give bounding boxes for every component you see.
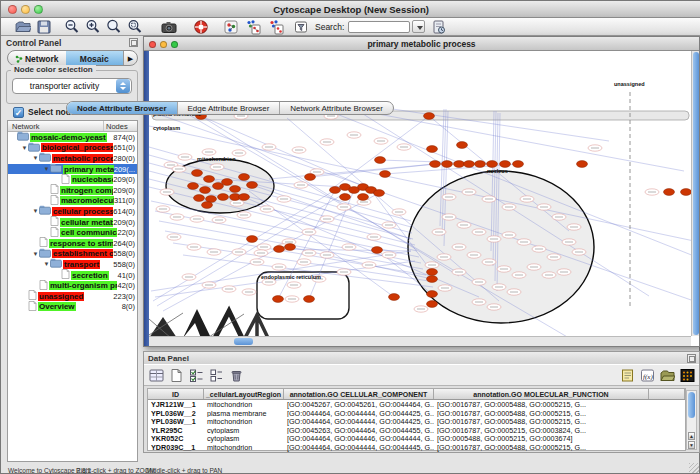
disclosure-triangle-icon[interactable]: ▼ bbox=[32, 208, 39, 214]
tree-row[interactable]: cell communicat22(0) bbox=[8, 227, 137, 238]
protein-node[interactable] bbox=[427, 291, 438, 298]
go-term-node[interactable] bbox=[397, 144, 411, 150]
go-term-node[interactable] bbox=[467, 252, 481, 258]
go-term-node[interactable] bbox=[442, 194, 456, 200]
tree-row[interactable]: ▼transport558(0) bbox=[8, 259, 137, 270]
protein-node[interactable] bbox=[427, 269, 438, 276]
go-term-node[interactable] bbox=[242, 289, 256, 295]
go-term-node[interactable] bbox=[487, 236, 501, 242]
go-term-node[interactable] bbox=[457, 222, 471, 228]
search-options-arrow[interactable] bbox=[412, 20, 425, 33]
canvas-vertical-scrollbar[interactable] bbox=[691, 51, 699, 336]
protein-node[interactable] bbox=[389, 294, 400, 301]
protein-node[interactable] bbox=[681, 189, 692, 196]
go-term-node[interactable] bbox=[297, 259, 311, 265]
canvas-horizontal-scrollbar[interactable] bbox=[149, 336, 691, 346]
go-term-node[interactable] bbox=[502, 204, 516, 210]
go-term-node[interactable] bbox=[285, 296, 299, 302]
new-attribute-icon[interactable] bbox=[169, 368, 184, 383]
protein-node[interactable] bbox=[457, 142, 468, 149]
attribute-table-icon[interactable] bbox=[149, 368, 164, 383]
go-term-node[interactable] bbox=[442, 214, 456, 220]
go-term-node[interactable] bbox=[272, 264, 286, 270]
go-term-node[interactable] bbox=[347, 132, 361, 138]
disclosure-triangle-icon[interactable]: ▼ bbox=[43, 166, 50, 172]
snapshot-icon[interactable] bbox=[161, 19, 177, 35]
go-term-node[interactable] bbox=[414, 306, 428, 312]
go-term-node[interactable] bbox=[532, 246, 546, 252]
go-term-node[interactable] bbox=[452, 244, 466, 250]
import-attributes-icon[interactable] bbox=[268, 19, 284, 35]
go-term-node[interactable] bbox=[342, 244, 356, 250]
attribute-list-icon[interactable] bbox=[209, 368, 224, 383]
attribute-matrix-icon[interactable] bbox=[680, 368, 695, 383]
protein-node[interactable] bbox=[194, 195, 205, 202]
go-term-node[interactable] bbox=[557, 269, 571, 275]
go-term-node[interactable] bbox=[294, 182, 308, 188]
notes-icon[interactable] bbox=[620, 368, 635, 383]
network-canvas[interactable]: plasma membrane cytoplasm mitochondrion … bbox=[149, 51, 691, 336]
tree-row[interactable]: ▼establishment of lo558(0) bbox=[8, 249, 137, 260]
go-term-node[interactable] bbox=[207, 249, 221, 255]
tab-node-attribute-browser[interactable]: Node Attribute Browser bbox=[67, 102, 178, 114]
protein-node[interactable] bbox=[442, 161, 453, 168]
protein-node[interactable] bbox=[304, 296, 315, 303]
tree-row[interactable]: ▼metabolic process280(0) bbox=[8, 153, 137, 164]
protein-node[interactable] bbox=[464, 161, 475, 168]
go-term-node[interactable] bbox=[172, 166, 186, 172]
import-attributes-file-icon[interactable] bbox=[660, 368, 675, 383]
select-nodes-checkbox[interactable]: ✓ bbox=[13, 107, 24, 118]
go-term-node[interactable] bbox=[362, 262, 376, 268]
tab-edge-attribute-browser[interactable]: Edge Attribute Browser bbox=[178, 102, 281, 114]
protein-node[interactable] bbox=[274, 246, 285, 253]
protein-node[interactable] bbox=[202, 202, 213, 209]
tab-network[interactable]: Network bbox=[8, 51, 66, 65]
go-term-node[interactable] bbox=[567, 224, 581, 230]
protein-node[interactable] bbox=[487, 161, 498, 168]
filter-icon[interactable] bbox=[293, 19, 309, 35]
go-term-node[interactable] bbox=[552, 214, 566, 220]
table-row[interactable]: YLR295Ccytoplasm[GO:0045263, GO:0044464,… bbox=[148, 426, 685, 435]
protein-node[interactable] bbox=[192, 170, 203, 177]
column-header-region[interactable]: _cellularLayoutRegion bbox=[204, 389, 284, 399]
go-term-node[interactable] bbox=[337, 204, 351, 210]
go-term-node[interactable] bbox=[497, 266, 511, 272]
go-term-node[interactable] bbox=[527, 264, 541, 270]
go-term-node[interactable] bbox=[432, 229, 446, 235]
protein-node[interactable] bbox=[372, 247, 383, 254]
go-term-node[interactable] bbox=[292, 147, 306, 153]
protein-node[interactable] bbox=[222, 179, 233, 186]
go-term-node[interactable] bbox=[492, 284, 506, 290]
go-term-node[interactable] bbox=[320, 252, 334, 258]
go-term-node[interactable] bbox=[277, 196, 291, 202]
protein-node[interactable] bbox=[664, 189, 675, 196]
go-term-node[interactable] bbox=[187, 244, 201, 250]
help-icon[interactable] bbox=[193, 19, 209, 35]
protein-node[interactable] bbox=[188, 183, 199, 190]
protein-node[interactable] bbox=[273, 296, 284, 303]
protein-node[interactable] bbox=[200, 187, 211, 194]
protein-node[interactable] bbox=[424, 113, 435, 120]
protein-node[interactable] bbox=[513, 161, 524, 168]
protein-node[interactable] bbox=[340, 194, 351, 201]
go-term-node[interactable] bbox=[170, 214, 184, 220]
vizmapper-icon[interactable] bbox=[223, 19, 239, 35]
go-term-node[interactable] bbox=[537, 204, 551, 210]
column-header-molecular-function[interactable]: annotation.GO MOLECULAR_FUNCTION bbox=[434, 389, 649, 399]
go-term-node[interactable] bbox=[212, 217, 226, 223]
protein-node[interactable] bbox=[239, 174, 250, 181]
go-term-node[interactable] bbox=[374, 138, 388, 144]
go-term-node[interactable] bbox=[320, 216, 334, 222]
go-term-node[interactable] bbox=[487, 304, 501, 310]
tree-row[interactable]: response to stimulu264(0) bbox=[8, 238, 137, 249]
search-input[interactable] bbox=[348, 21, 410, 33]
go-term-node[interactable] bbox=[254, 250, 268, 256]
scroll-up-icon[interactable]: ▲ bbox=[688, 432, 695, 440]
go-term-node[interactable] bbox=[437, 254, 451, 260]
go-term-node[interactable] bbox=[182, 274, 196, 280]
protein-node[interactable] bbox=[247, 236, 258, 243]
protein-node[interactable] bbox=[218, 194, 229, 201]
tree-row[interactable]: nucleobase-209(0) bbox=[8, 174, 137, 185]
go-term-node[interactable] bbox=[302, 250, 316, 256]
open-icon[interactable] bbox=[15, 19, 31, 35]
